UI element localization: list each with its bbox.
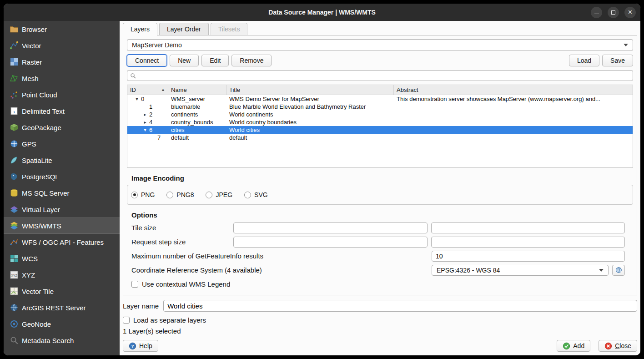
wcs-icon — [9, 253, 19, 263]
sidebar-item-virtual-layer[interactable]: Virtual Layer — [4, 201, 120, 217]
checkbox-unchecked-icon — [123, 317, 130, 324]
sidebar-item-label: Metadata Search — [22, 337, 74, 344]
save-button[interactable]: Save — [602, 55, 633, 66]
wms-panel: Layers Layer Order Tilesets MapServer De… — [120, 21, 640, 355]
maximize-button[interactable] — [608, 7, 619, 18]
sidebar-item-label: ArcGIS REST Server — [22, 304, 86, 312]
sort-ascending-icon: ▲ — [161, 85, 165, 95]
column-header-title[interactable]: Title — [226, 85, 394, 95]
metadata-search-icon — [9, 335, 19, 345]
tile-size-width-input[interactable] — [233, 222, 428, 233]
sidebar-item-gps[interactable]: GPS — [4, 136, 120, 152]
sidebar-item-wms-wmts[interactable]: WMS/WMTS — [4, 217, 120, 234]
load-separate-label: Load as separate layers — [133, 316, 206, 324]
radio-checked-icon — [131, 192, 138, 198]
sidebar-item-label: XYZ — [22, 271, 35, 279]
sidebar-item-point-cloud[interactable]: Point Cloud — [4, 86, 120, 103]
radio-jpeg[interactable]: JPEG — [206, 191, 232, 198]
sidebar-item-spatialite[interactable]: SpatiaLite — [4, 152, 120, 168]
tab-layers[interactable]: Layers — [123, 23, 157, 35]
sidebar-item-browser[interactable]: Browser — [4, 21, 120, 37]
new-button[interactable]: New — [170, 55, 199, 66]
crs-select[interactable]: EPSG:4326 - WGS 84 — [432, 265, 609, 276]
delimited-text-icon: , — [9, 106, 19, 116]
sidebar-item-xyz[interactable]: XYZ XYZ — [4, 267, 120, 283]
sidebar-item-delimited-text[interactable]: , Delimited Text — [4, 103, 120, 119]
search-input[interactable] — [139, 72, 630, 79]
sidebar-item-wfs[interactable]: WFS / OGC API - Features — [4, 234, 120, 250]
column-header-id[interactable]: ID ▲ — [127, 85, 168, 95]
sidebar-item-mssql[interactable]: MS SQL Server — [4, 185, 120, 201]
layer-name-input[interactable] — [163, 300, 637, 312]
options-group: Tile size Request step size Maximum numb… — [127, 221, 633, 291]
radio-png8[interactable]: PNG8 — [166, 191, 194, 198]
image-encoding-group: PNG PNG8 JPEG SVG — [127, 185, 633, 205]
table-row[interactable]: ▸4 country_bounds World country boundari… — [127, 118, 633, 126]
layers-table[interactable]: ID ▲ Name Title Abstract ▾0 WMS_server W… — [127, 85, 633, 168]
feature-info-input[interactable] — [432, 251, 625, 262]
contextual-legend-option[interactable]: Use contextual WMS Legend — [127, 277, 633, 291]
close-window-button[interactable]: × — [624, 7, 636, 18]
radio-png[interactable]: PNG — [131, 191, 155, 198]
selected-count: 1 Layer(s) selected — [123, 327, 637, 336]
close-button[interactable]: Close — [599, 340, 637, 352]
sidebar-item-vector-tile[interactable]: Vector Tile — [4, 283, 120, 299]
browser-icon — [9, 24, 19, 34]
sidebar-item-raster[interactable]: Raster — [4, 54, 120, 70]
help-icon: ? — [129, 342, 136, 350]
expander-expanded-icon[interactable]: ▾ — [141, 126, 149, 134]
gps-icon — [9, 139, 19, 149]
wms-icon — [9, 221, 19, 231]
add-button[interactable]: Add — [557, 340, 590, 352]
expander-expanded-icon[interactable]: ▾ — [133, 95, 141, 103]
sidebar-item-metadata-search[interactable]: Metadata Search — [4, 332, 120, 349]
sidebar-item-label: WCS — [22, 255, 38, 263]
table-row[interactable]: ▾0 WMS_server WMS Demo Server for MapSer… — [127, 95, 633, 103]
request-step-width-input[interactable] — [233, 237, 428, 248]
arcgis-icon — [9, 303, 19, 313]
sidebar-item-postgresql[interactable]: PostgreSQL — [4, 168, 120, 185]
radio-unchecked-icon — [166, 192, 173, 198]
column-header-abstract[interactable]: Abstract — [394, 85, 633, 95]
table-row[interactable]: ▾1 bluemarble Blue Marble World Elevatio… — [127, 103, 633, 111]
load-separate-option[interactable]: Load as separate layers — [123, 315, 637, 324]
tab-layer-order[interactable]: Layer Order — [159, 23, 209, 35]
expander-collapsed-icon[interactable]: ▸ — [141, 118, 149, 126]
svg-text:?: ? — [131, 344, 134, 349]
column-header-name[interactable]: Name — [168, 85, 226, 95]
sidebar-item-arcgis-rest[interactable]: ArcGIS REST Server — [4, 299, 120, 316]
table-row[interactable]: ▸2 continents World continents — [127, 111, 633, 118]
sidebar-item-label: WFS / OGC API - Features — [22, 238, 104, 246]
radio-svg[interactable]: SVG — [244, 191, 268, 198]
minimize-icon — [594, 14, 599, 14]
sidebar-item-geopackage[interactable]: GeoPackage — [4, 119, 120, 136]
tab-bar: Layers Layer Order Tilesets — [123, 23, 637, 35]
table-row[interactable]: ▾7 default default — [127, 134, 633, 142]
minimize-button[interactable] — [591, 7, 602, 18]
tile-size-height-input[interactable] — [431, 222, 625, 233]
remove-button[interactable]: Remove — [231, 55, 272, 66]
connect-button[interactable]: Connect — [127, 55, 167, 66]
geopackage-icon — [9, 122, 19, 132]
wfs-icon — [9, 237, 19, 247]
edit-button[interactable]: Edit — [201, 55, 229, 66]
load-button[interactable]: Load — [569, 55, 599, 66]
sidebar-item-mesh[interactable]: Mesh — [4, 70, 120, 86]
titlebar: Data Source Manager | WMS/WMTS × — [4, 4, 640, 21]
sidebar-item-label: Vector Tile — [22, 288, 54, 295]
mesh-icon — [9, 73, 19, 83]
image-encoding-title: Image Encoding — [127, 174, 633, 182]
sidebar-item-geonode[interactable]: GeoNode — [4, 316, 120, 332]
sidebar-item-vector[interactable]: Vector — [4, 37, 120, 54]
window-title: Data Source Manager | WMS/WMTS — [4, 9, 640, 16]
table-row-selected[interactable]: ▾6 cities World cities — [127, 126, 633, 134]
sidebar-item-wcs[interactable]: WCS — [4, 250, 120, 267]
crs-label: Coordinate Reference System (4 available… — [131, 266, 432, 274]
request-step-height-input[interactable] — [431, 237, 625, 248]
layer-name-label: Layer name — [123, 302, 159, 310]
add-check-icon — [563, 342, 570, 350]
crs-picker-button[interactable] — [612, 265, 625, 276]
help-button[interactable]: ? Help — [123, 340, 158, 352]
connection-select[interactable]: MapServer Demo — [127, 39, 633, 51]
expander-collapsed-icon[interactable]: ▸ — [141, 111, 149, 118]
